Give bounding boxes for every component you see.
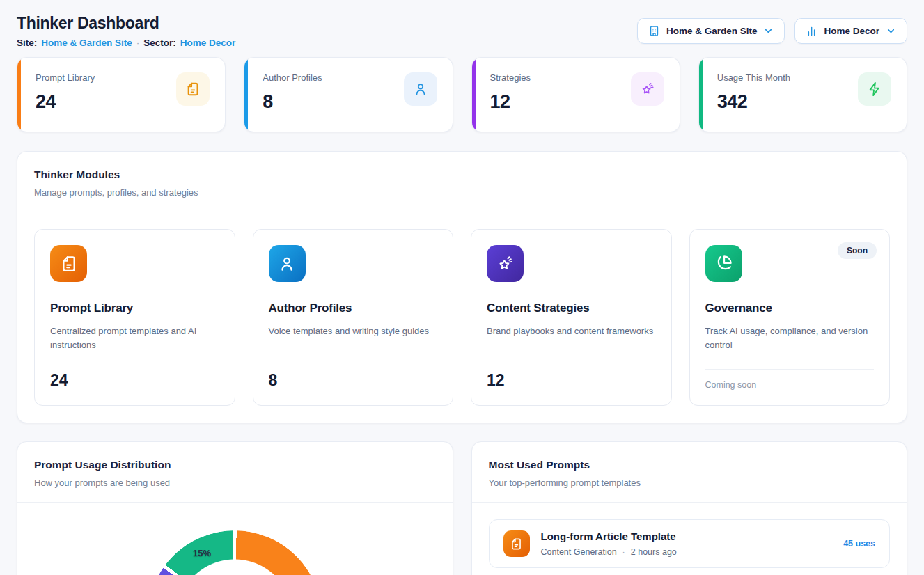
breadcrumb: Site: Home & Garden Site · Sector: Home … <box>17 38 235 48</box>
prompt-item-title: Long-form Article Template <box>541 530 833 542</box>
module-footer: Coming soon <box>705 369 875 390</box>
accent-bar <box>244 58 248 132</box>
prompt-list: Long-form Article Template Content Gener… <box>472 503 907 575</box>
prompts-card-header: Most Used Prompts Your top-performing pr… <box>472 442 907 503</box>
prompt-item-category: Content Generation <box>541 547 617 557</box>
stat-value: 8 <box>263 91 322 113</box>
meta-separator: · <box>136 38 140 48</box>
document-icon <box>176 72 210 106</box>
donut-ring <box>148 530 322 575</box>
pie-chart-icon <box>705 245 742 282</box>
thinker-modules-section: Thinker Modules Manage prompts, profiles… <box>17 151 907 423</box>
bar-chart-icon <box>806 25 817 37</box>
document-icon <box>503 530 530 557</box>
module-description: Voice templates and writing style guides <box>269 324 438 338</box>
dashboard-page: Thinker Dashboard Site: Home & Garden Si… <box>0 0 924 575</box>
user-icon <box>269 245 306 282</box>
stat-text: Author Profiles 8 <box>263 72 322 132</box>
stat-value: 342 <box>717 91 790 113</box>
stat-card-usage: Usage This Month 342 <box>698 57 907 132</box>
module-description: Centralized prompt templates and AI inst… <box>50 324 219 352</box>
meta-separator: · <box>622 547 625 557</box>
module-count: 24 <box>50 371 219 390</box>
accent-bar <box>472 58 476 132</box>
stat-value: 12 <box>490 91 531 113</box>
stat-label: Author Profiles <box>263 72 322 83</box>
prompts-card-subtitle: Your top-performing prompt templates <box>489 478 891 488</box>
site-selector-label: Home & Garden Site <box>666 26 758 36</box>
header-left: Thinker Dashboard Site: Home & Garden Si… <box>17 14 235 48</box>
chevron-down-icon <box>763 26 774 36</box>
coming-soon-text: Coming soon <box>705 380 875 390</box>
sector-selector-dropdown[interactable]: Home Decor <box>794 18 907 44</box>
soon-badge: Soon <box>838 242 877 259</box>
stat-label: Strategies <box>490 72 531 83</box>
prompts-card-title: Most Used Prompts <box>489 459 891 471</box>
document-icon <box>50 245 87 282</box>
prompt-item-body: Long-form Article Template Content Gener… <box>541 530 833 557</box>
modules-title: Thinker Modules <box>34 168 890 181</box>
chevron-down-icon <box>886 26 896 36</box>
sector-selector-label: Home Decor <box>824 26 879 36</box>
page-title: Thinker Dashboard <box>17 14 235 33</box>
site-link[interactable]: Home & Garden Site <box>41 38 132 48</box>
stat-card-prompt-library: Prompt Library 24 <box>17 57 226 132</box>
module-title: Author Profiles <box>269 301 438 315</box>
accent-bar <box>17 58 21 132</box>
prompt-item-uses: 45 uses <box>843 539 875 549</box>
module-title: Prompt Library <box>50 301 219 315</box>
stat-card-strategies: Strategies 12 <box>471 57 680 132</box>
stat-text: Prompt Library 24 <box>36 72 95 132</box>
stat-text: Usage This Month 342 <box>717 72 790 132</box>
most-used-prompts-card: Most Used Prompts Your top-performing pr… <box>471 441 908 575</box>
module-title: Governance <box>705 301 875 315</box>
module-title: Content Strategies <box>487 301 656 315</box>
usage-chart-area: 15% <box>17 503 453 575</box>
module-card-content-strategies[interactable]: Content Strategies Brand playbooks and c… <box>471 229 672 406</box>
modules-header: Thinker Modules Manage prompts, profiles… <box>17 152 907 212</box>
usage-donut-chart: 15% <box>148 530 322 575</box>
page-header: Thinker Dashboard Site: Home & Garden Si… <box>17 14 907 48</box>
prompt-usage-distribution-card: Prompt Usage Distribution How your promp… <box>17 441 453 575</box>
stats-row: Prompt Library 24 Author Profiles 8 Stra… <box>17 57 907 132</box>
sector-link[interactable]: Home Decor <box>180 38 236 48</box>
module-description: Track AI usage, compliance, and version … <box>705 324 875 352</box>
user-icon <box>404 72 437 106</box>
module-count: 8 <box>269 371 438 390</box>
prompt-item-meta: Content Generation · 2 hours ago <box>541 547 833 557</box>
building-icon <box>648 25 660 37</box>
bottom-row: Prompt Usage Distribution How your promp… <box>17 441 907 575</box>
modules-body: Prompt Library Centralized prompt templa… <box>17 212 907 423</box>
module-card-prompt-library[interactable]: Prompt Library Centralized prompt templa… <box>34 229 235 406</box>
star-sparkle-icon <box>487 245 524 282</box>
stat-label: Prompt Library <box>36 72 95 83</box>
modules-subtitle: Manage prompts, profiles, and strategies <box>34 187 890 198</box>
prompt-item-time: 2 hours ago <box>631 547 677 557</box>
prompt-list-item[interactable]: Long-form Article Template Content Gener… <box>489 519 891 568</box>
modules-grid: Prompt Library Centralized prompt templa… <box>34 229 890 406</box>
stat-label: Usage This Month <box>717 72 790 83</box>
stat-value: 24 <box>36 91 95 113</box>
module-description: Brand playbooks and content frameworks <box>487 324 656 338</box>
accent-bar <box>699 58 703 132</box>
header-actions: Home & Garden Site Home Decor <box>637 18 907 44</box>
usage-card-header: Prompt Usage Distribution How your promp… <box>17 442 453 503</box>
star-sparkle-icon <box>631 72 664 106</box>
module-card-author-profiles[interactable]: Author Profiles Voice templates and writ… <box>253 229 454 406</box>
site-selector-dropdown[interactable]: Home & Garden Site <box>637 18 785 44</box>
sector-label: Sector: <box>143 38 176 48</box>
site-label: Site: <box>17 38 37 48</box>
stat-card-author-profiles: Author Profiles 8 <box>244 57 453 132</box>
zap-icon <box>858 72 891 106</box>
module-count: 12 <box>487 371 656 390</box>
donut-segment-label: 15% <box>193 548 211 558</box>
divider <box>705 369 875 370</box>
stat-text: Strategies 12 <box>490 72 531 132</box>
module-card-governance[interactable]: Soon Governance Track AI usage, complian… <box>689 229 891 406</box>
usage-card-title: Prompt Usage Distribution <box>34 459 436 471</box>
usage-card-subtitle: How your prompts are being used <box>34 478 436 488</box>
